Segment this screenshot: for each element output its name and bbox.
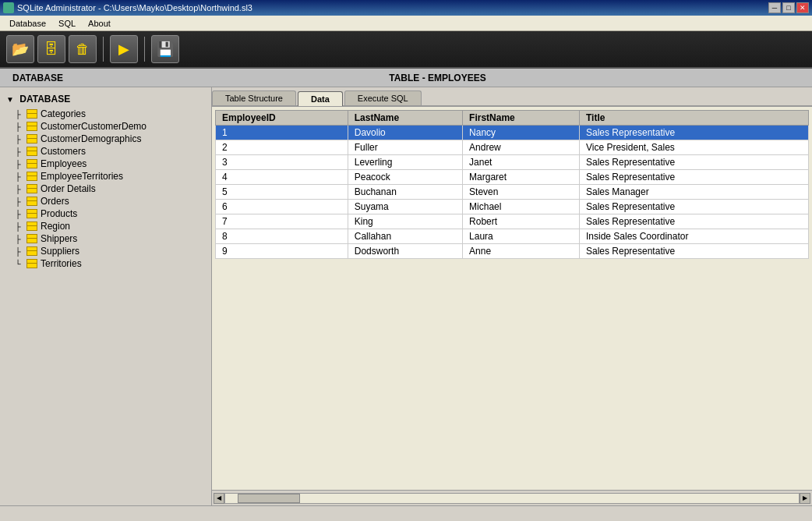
cell-id: 6 <box>216 200 348 214</box>
table-row[interactable]: 3LeverlingJanetSales Representative <box>216 155 809 170</box>
sidebar-item-products[interactable]: ├ Products <box>0 207 211 220</box>
tree-expand-icon6: ├ <box>12 171 23 182</box>
sidebar-label-customerdemographics: CustomerDemographics <box>41 133 141 144</box>
col-header-lastname[interactable]: LastName <box>348 111 462 126</box>
tree-expand-icon13: └ <box>12 258 23 269</box>
tab-table-structure[interactable]: Table Structure <box>212 90 296 105</box>
cell-lastName: Fuller <box>348 140 462 155</box>
menu-sql[interactable]: SQL <box>52 17 82 30</box>
tree-expand-icon12: ├ <box>12 246 23 257</box>
table-icon-employees <box>26 159 37 168</box>
table-row[interactable]: 2FullerAndrewVice President, Sales <box>216 140 809 155</box>
cell-firstName: Nancy <box>463 126 580 140</box>
table-row[interactable]: 8CallahanLauraInside Sales Coordinator <box>216 229 809 244</box>
scroll-left-button[interactable]: ◀ <box>214 493 224 504</box>
cell-firstName: Andrew <box>463 140 580 155</box>
cell-title: Sales Representative <box>579 126 808 140</box>
maximize-button[interactable]: □ <box>782 2 795 13</box>
col-header-employeeid[interactable]: EmployeeID <box>216 111 348 126</box>
cell-title: Sales Representative <box>579 244 808 259</box>
minimize-button[interactable]: ─ <box>768 2 781 13</box>
menu-database[interactable]: Database <box>3 17 52 30</box>
table-header-label: TABLE - EMPLOYEES <box>383 71 492 85</box>
table-icon-customers <box>26 147 37 156</box>
table-icon-employeeterritories <box>26 172 37 181</box>
table-row[interactable]: 9DodsworthAnneSales Representative <box>216 244 809 259</box>
sidebar-item-categories[interactable]: ├ Categories <box>0 108 211 120</box>
sidebar-item-employees[interactable]: ├ Employees <box>0 158 211 170</box>
open-button[interactable]: 📂 <box>6 35 34 63</box>
menu-about[interactable]: About <box>82 17 117 30</box>
cell-firstName: Laura <box>463 229 580 244</box>
table-icon-categories <box>26 109 37 119</box>
table-icon-products <box>26 209 37 218</box>
cell-id: 5 <box>216 185 348 200</box>
sidebar-item-territories[interactable]: └ Territories <box>0 257 211 270</box>
close-button[interactable]: ✕ <box>796 2 809 13</box>
col-header-firstname[interactable]: FirstName <box>463 111 580 126</box>
table-icon-territories <box>26 259 37 268</box>
col-header-title[interactable]: Title <box>579 111 808 126</box>
scrollbar-track[interactable] <box>224 493 800 504</box>
right-panel: Table Structure Data Execute SQL Employe… <box>212 87 812 505</box>
cell-title: Sales Manager <box>579 185 808 200</box>
table-icon-customercustomerdemo <box>26 122 37 131</box>
window-title: SQLite Administrator - C:\Users\Mayko\De… <box>17 3 768 12</box>
sidebar-item-suppliers[interactable]: ├ Suppliers <box>0 245 211 257</box>
cell-firstName: Margaret <box>463 170 580 185</box>
cell-lastName: Peacock <box>348 170 462 185</box>
tree-expand-icon3: ├ <box>12 133 23 144</box>
sidebar-label-products: Products <box>41 208 77 219</box>
tab-data[interactable]: Data <box>298 91 343 106</box>
sidebar-item-region[interactable]: ├ Region <box>0 220 211 232</box>
toolbar-divider <box>103 37 104 62</box>
tab-execute-sql[interactable]: Execute SQL <box>344 90 422 105</box>
table-row[interactable]: 7KingRobertSales Representative <box>216 214 809 229</box>
tree-expand-icon10: ├ <box>12 221 23 232</box>
table-row[interactable]: 1DavolioNancySales Representative <box>216 126 809 140</box>
horizontal-scrollbar-area: ◀ ▶ <box>212 490 812 505</box>
play-button[interactable]: ▶ <box>110 35 138 63</box>
sidebar-item-customerdemographics[interactable]: ├ CustomerDemographics <box>0 133 211 145</box>
sidebar-item-customers[interactable]: ├ Customers <box>0 145 211 158</box>
table-icon-shippers <box>26 234 37 243</box>
table-row[interactable]: 6SuyamaMichaelSales Representative <box>216 200 809 214</box>
scroll-right-button[interactable]: ▶ <box>800 493 810 504</box>
cell-firstName: Robert <box>463 214 580 229</box>
structure-button[interactable]: 🗄 <box>37 35 65 63</box>
cell-firstName: Michael <box>463 200 580 214</box>
toolbar: 📂 🗄 🗑 ▶ 💾 <box>0 31 812 69</box>
cell-id: 3 <box>216 155 348 170</box>
cell-lastName: Leverling <box>348 155 462 170</box>
cell-firstName: Anne <box>463 244 580 259</box>
sidebar-item-employeeterritories[interactable]: ├ EmployeeTerritories <box>0 170 211 183</box>
sidebar-item-customercustomerdemo[interactable]: ├ CustomerCustomerDemo <box>0 120 211 133</box>
cell-id: 4 <box>216 170 348 185</box>
sidebar-label-categories: Categories <box>41 108 86 119</box>
scroll-thumb[interactable] <box>238 494 300 503</box>
cell-id: 1 <box>216 126 348 140</box>
cell-title: Sales Representative <box>579 214 808 229</box>
tree-expand-icon11: ├ <box>12 233 23 244</box>
delete-button[interactable]: 🗑 <box>69 35 97 63</box>
sidebar: ▼ DATABASE ├ Categories ├ CustomerCustom… <box>0 87 212 505</box>
table-icon-suppliers <box>26 246 37 256</box>
sidebar-item-shippers[interactable]: ├ Shippers <box>0 232 211 245</box>
sidebar-item-orders[interactable]: ├ Orders <box>0 195 211 207</box>
sidebar-label-employees: Employees <box>41 158 86 169</box>
table-row[interactable]: 5BuchananStevenSales Manager <box>216 185 809 200</box>
sidebar-label-shippers: Shippers <box>41 233 77 244</box>
sidebar-label-region: Region <box>41 221 70 232</box>
cell-lastName: Callahan <box>348 229 462 244</box>
cell-title: Inside Sales Coordinator <box>579 229 808 244</box>
tree-expand-icon5: ├ <box>12 158 23 169</box>
sidebar-db-label: DATABASE <box>19 94 70 105</box>
sidebar-header: ▼ DATABASE <box>0 90 211 108</box>
sidebar-item-order-details[interactable]: ├ Order Details <box>0 183 211 195</box>
save-button[interactable]: 💾 <box>151 35 179 63</box>
sidebar-label-suppliers: Suppliers <box>41 246 79 257</box>
toolbar-divider2 <box>144 37 145 62</box>
cell-title: Sales Representative <box>579 155 808 170</box>
cell-title: Sales Representative <box>579 170 808 185</box>
table-row[interactable]: 4PeacockMargaretSales Representative <box>216 170 809 185</box>
